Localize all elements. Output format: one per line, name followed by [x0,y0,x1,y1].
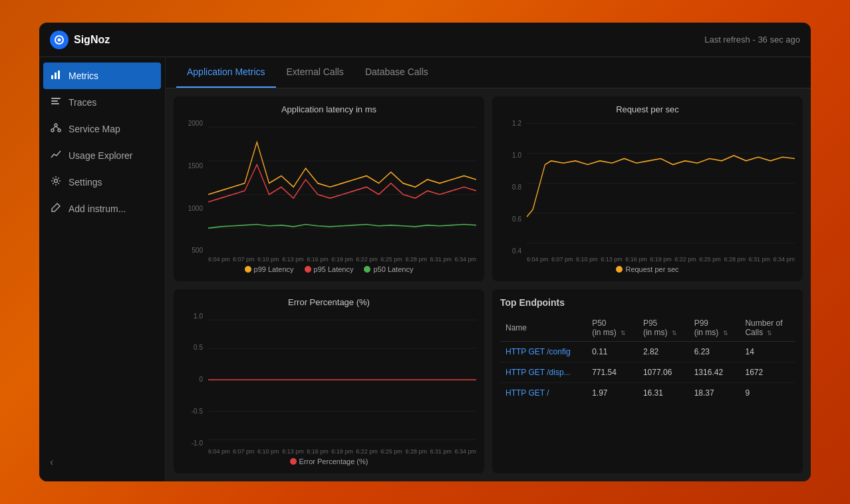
request-svg-area [527,120,795,255]
endpoints-table-body: HTTP GET /config 0.11 2.82 6.23 14 HTTP … [500,341,795,403]
table-row: HTTP GET / 1.97 16.31 18.37 9 [500,382,795,403]
svg-point-1 [58,38,61,41]
legend-error: Error Percentage (%) [290,457,368,465]
svg-line-12 [56,126,59,129]
sidebar: Metrics Traces [39,57,166,481]
col-name: Name [500,315,587,342]
sidebar-item-add-instrument-label: Add instrum... [69,203,126,214]
svg-rect-7 [51,103,59,104]
traces-icon [50,96,62,109]
endpoints-table-header-row: Name P50(in ms) ⇅ P95(in ms) ⇅ P99(in ms… [500,315,795,342]
logo-area: SigNoz [50,31,110,49]
svg-point-9 [51,129,54,132]
svg-point-8 [55,124,57,126]
svg-rect-4 [58,70,60,79]
endpoint-p99-0: 6.23 [689,341,740,362]
endpoint-name-2[interactable]: HTTP GET / [500,382,587,403]
sidebar-item-settings[interactable]: Settings [39,169,165,195]
endpoint-p50-0: 0.11 [587,341,638,362]
error-percentage-card: Error Percentage (%) 1.0 0.5 0 -0.5 -1.0 [174,289,484,474]
svg-rect-2 [51,75,53,79]
latency-chart-title: Application latency in ms [182,104,476,114]
sidebar-item-usage-explorer[interactable]: Usage Explorer [39,142,165,169]
latency-y-axis: 2000 1500 1000 500 [182,120,206,255]
request-x-axis: 6:04 pm6:07 pm6:10 pm6:13 pm6:16 pm6:19 … [500,256,795,263]
error-percentage-title: Error Percentage (%) [182,297,476,307]
sidebar-item-service-map[interactable]: Service Map [39,116,165,142]
table-row: HTTP GET /config 0.11 2.82 6.23 14 [500,341,795,362]
legend-p99-dot [245,266,251,273]
error-svg-area [208,313,476,447]
sidebar-item-traces[interactable]: Traces [39,89,165,116]
sidebar-item-metrics-label: Metrics [69,70,98,81]
tab-external-calls[interactable]: External Calls [276,57,354,88]
endpoint-p95-2: 16.31 [638,382,689,403]
app-name: SigNoz [74,34,110,46]
request-per-sec-card: Request per sec 1.2 1.0 0.8 0.6 0.4 [492,96,803,281]
endpoint-p99-1: 1316.42 [689,362,740,382]
content-area: Application Metrics External Calls Datab… [166,57,811,481]
col-p95: P95(in ms) ⇅ [638,315,689,342]
sidebar-item-service-map-label: Service Map [69,124,120,134]
endpoint-calls-1: 1672 [740,362,795,382]
col-p50: P50(in ms) ⇅ [587,315,638,342]
top-endpoints-card: Top Endpoints Name P50(in ms) ⇅ P95(in m… [492,289,803,474]
request-legend: Request per sec [500,265,795,273]
endpoint-name-0[interactable]: HTTP GET /config [500,341,587,362]
svg-line-11 [53,126,56,129]
legend-error-dot [290,458,297,465]
latency-chart-card: Application latency in ms 2000 1500 1000… [174,96,484,281]
legend-p99: p99 Latency [245,265,294,273]
col-p99: P99(in ms) ⇅ [689,315,740,342]
endpoint-p95-1: 1077.06 [638,362,689,382]
sidebar-item-settings-label: Settings [69,177,102,188]
svg-rect-5 [51,98,61,99]
sidebar-item-traces-label: Traces [69,97,96,108]
latency-svg-area [208,120,476,255]
table-row: HTTP GET /disp... 771.54 1077.06 1316.42… [500,362,795,382]
request-per-sec-inner: 1.2 1.0 0.8 0.6 0.4 [500,120,795,255]
top-bar: SigNoz Last refresh - 36 sec ago [39,23,811,57]
endpoint-p95-0: 2.82 [638,341,689,362]
legend-p95-dot [305,266,311,273]
col-calls: Number ofCalls ⇅ [740,315,795,342]
svg-point-13 [55,180,58,183]
endpoints-table: Name P50(in ms) ⇅ P95(in ms) ⇅ P99(in ms… [500,315,795,403]
app-window: SigNoz Last refresh - 36 sec ago Metrics [39,23,811,481]
error-y-axis: 1.0 0.5 0 -0.5 -1.0 [182,313,206,447]
sidebar-item-add-instrument[interactable]: Add instrum... [39,195,165,222]
main-layout: Metrics Traces [39,57,811,481]
top-endpoints-title: Top Endpoints [500,297,795,308]
usage-explorer-icon [50,149,62,162]
tabs-bar: Application Metrics External Calls Datab… [166,57,811,88]
tab-database-calls[interactable]: Database Calls [354,57,439,88]
error-percentage-inner: 1.0 0.5 0 -0.5 -1.0 [182,313,476,447]
legend-p50: p50 Latency [364,265,413,273]
latency-chart-inner: 2000 1500 1000 500 [182,120,476,255]
endpoint-p50-1: 771.54 [587,362,638,382]
legend-request-dot [616,266,623,273]
settings-icon [50,176,62,189]
latency-legend: p99 Latency p95 Latency p50 Latency [182,265,476,273]
logo-icon [50,31,69,49]
svg-point-10 [58,129,61,132]
error-legend: Error Percentage (%) [182,457,476,465]
legend-p95: p95 Latency [305,265,354,273]
request-y-axis: 1.2 1.0 0.8 0.6 0.4 [500,120,524,255]
tab-application-metrics[interactable]: Application Metrics [176,57,276,88]
metrics-icon [50,69,62,82]
endpoint-calls-2: 9 [740,382,795,403]
sidebar-item-usage-explorer-label: Usage Explorer [69,150,133,161]
last-refresh: Last refresh - 36 sec ago [704,35,800,45]
endpoint-p99-2: 18.37 [689,382,740,403]
charts-grid: Application latency in ms 2000 1500 1000… [166,88,811,481]
sidebar-item-metrics[interactable]: Metrics [43,63,161,89]
error-x-axis: 6:04 pm6:07 pm6:10 pm6:13 pm6:16 pm6:19 … [182,448,476,455]
svg-rect-3 [55,72,57,79]
service-map-icon [50,122,62,136]
sidebar-collapse-button[interactable]: ‹ [39,448,165,476]
request-per-sec-title: Request per sec [500,104,795,114]
endpoint-name-1[interactable]: HTTP GET /disp... [500,362,587,382]
legend-p50-dot [364,266,370,273]
endpoint-calls-0: 14 [740,341,795,362]
